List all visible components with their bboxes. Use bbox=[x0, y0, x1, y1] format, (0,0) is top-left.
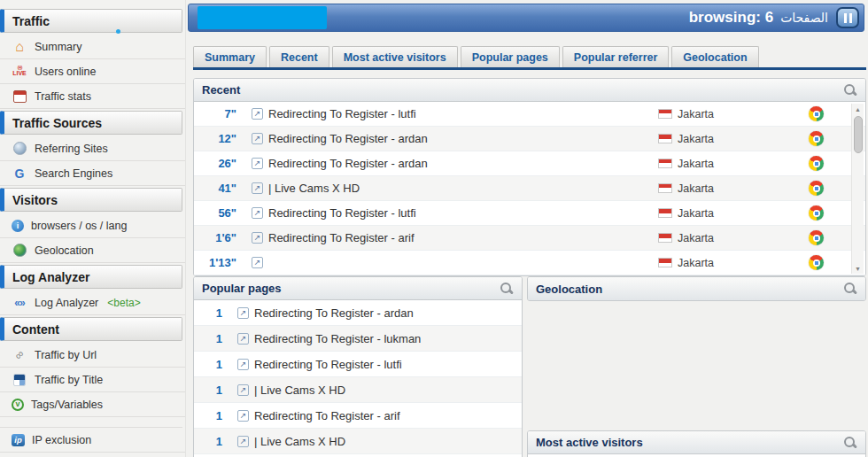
indonesia-flag-icon bbox=[658, 159, 672, 168]
popular-page-row[interactable]: 1 Redirecting To Register - lukman bbox=[194, 326, 522, 352]
recent-row[interactable]: 26" Redirecting To Register - ardan Jaka… bbox=[194, 151, 865, 176]
sidebar-item[interactable]: Summary bbox=[0, 35, 185, 59]
sidebar-section-header: Traffic bbox=[0, 9, 182, 33]
visitor-location: Jakarta bbox=[658, 207, 714, 220]
sidebar-item-label: Tags/Variables bbox=[31, 399, 103, 411]
sidebar-item-label: Traffic by Title bbox=[35, 374, 103, 386]
sidebar-item[interactable]: Geolocation bbox=[0, 238, 185, 263]
external-link-icon[interactable] bbox=[252, 182, 263, 194]
sidebar-section-title: Visitors bbox=[12, 193, 58, 207]
external-link-icon[interactable] bbox=[237, 384, 249, 396]
page-title-link[interactable]: Redirecting To Register - lukman bbox=[254, 332, 421, 345]
page-title-link[interactable]: Redirecting To Register - lutfi bbox=[268, 206, 416, 220]
sidebar-item[interactable]: Traffic by Url bbox=[0, 343, 185, 368]
sidebar-item[interactable]: Users online bbox=[0, 59, 185, 84]
recent-row[interactable]: 12" Redirecting To Register - ardan Jaka… bbox=[194, 127, 865, 151]
recent-row[interactable]: 41" | Live Cams X HD Jakarta bbox=[194, 176, 865, 201]
beta-badge: <beta> bbox=[107, 297, 140, 309]
sidebar-item[interactable]: Referring Sites bbox=[0, 136, 185, 161]
popular-page-row[interactable]: 1 | Live Cams X HD bbox=[194, 377, 522, 403]
sidebar-item[interactable]: Traffic stats bbox=[0, 84, 185, 109]
scroll-up-icon[interactable]: ▲ bbox=[855, 104, 861, 114]
panel-title: Popular pages bbox=[202, 282, 282, 295]
search-icon[interactable] bbox=[843, 282, 857, 296]
recent-row[interactable]: 7" Redirecting To Register - lutfi Jakar… bbox=[194, 102, 865, 127]
sidebar-item[interactable]: Tags/Variables bbox=[0, 392, 185, 417]
external-link-icon[interactable] bbox=[237, 410, 249, 422]
tab[interactable]: Summary bbox=[193, 46, 267, 67]
recent-row[interactable]: 1'6" Redirecting To Register - arif Jaka… bbox=[194, 226, 865, 251]
geolocation-panel: Geolocation bbox=[527, 276, 866, 301]
external-link-icon[interactable] bbox=[252, 108, 263, 120]
hit-count: 1 bbox=[194, 383, 222, 397]
sidebar-item[interactable]: Traffic by Title bbox=[0, 368, 185, 392]
sidebar-section-header: Log Analyzer bbox=[0, 265, 182, 289]
elapsed-time: 7" bbox=[194, 107, 236, 120]
recent-row[interactable]: 1'13" Jakarta bbox=[194, 251, 865, 275]
search-icon[interactable] bbox=[500, 282, 514, 296]
sidebar-item[interactable]: Search Engines bbox=[0, 161, 185, 186]
city-label: Jakarta bbox=[678, 133, 714, 145]
scroll-down-icon[interactable]: ▼ bbox=[855, 263, 861, 274]
external-link-icon[interactable] bbox=[252, 158, 263, 169]
code-icon bbox=[12, 296, 27, 310]
hit-count: 1 bbox=[194, 306, 222, 320]
page-title-link[interactable]: Redirecting To Register - ardan bbox=[268, 132, 428, 145]
external-link-icon[interactable] bbox=[237, 333, 249, 345]
sidebar-item[interactable]: browsers / os / lang bbox=[0, 213, 185, 238]
sidebar-section-title: Content bbox=[12, 322, 59, 337]
external-link-icon[interactable] bbox=[237, 307, 249, 319]
tab[interactable]: Most active visitors bbox=[332, 46, 458, 67]
popular-pages-panel: Popular pages 1 Redirecting To Register … bbox=[193, 276, 523, 457]
indonesia-flag-icon bbox=[658, 258, 672, 267]
page-title-link[interactable]: | Live Cams X HD bbox=[254, 435, 345, 448]
popular-page-row[interactable]: 1 Redirecting To Register - arif bbox=[194, 403, 522, 429]
recent-row[interactable]: 56" Redirecting To Register - lutfi Jaka… bbox=[194, 201, 865, 226]
page-title-link[interactable]: Redirecting To Register - ardan bbox=[268, 157, 428, 170]
chrome-browser-icon bbox=[809, 230, 824, 245]
external-link-icon[interactable] bbox=[252, 257, 263, 268]
tab[interactable]: Popular pages bbox=[461, 46, 560, 67]
tags-icon bbox=[12, 399, 24, 411]
search-icon[interactable] bbox=[843, 436, 857, 450]
indonesia-flag-icon bbox=[658, 183, 672, 193]
city-label: Jakarta bbox=[678, 182, 714, 195]
tab[interactable]: Recent bbox=[269, 46, 329, 67]
external-link-icon[interactable] bbox=[237, 436, 249, 447]
pause-button[interactable] bbox=[836, 7, 859, 28]
page-title-link[interactable]: Redirecting To Register - ardan bbox=[254, 306, 414, 320]
recent-panel-header: Recent bbox=[194, 79, 865, 102]
scroll-thumb[interactable] bbox=[854, 116, 863, 153]
popular-page-row[interactable]: 1 Redirecting To Register - ardan bbox=[194, 300, 522, 326]
sidebar-section-items: Traffic by Url Traffic by Title Tags/Var… bbox=[0, 343, 185, 417]
search-icon[interactable] bbox=[843, 83, 857, 97]
sidebar-item-ip-exclusion[interactable]: IP exclusion bbox=[0, 428, 185, 453]
sidebar-item-label: Referring Sites bbox=[35, 143, 108, 155]
page-title-link[interactable]: Redirecting To Register - arif bbox=[254, 409, 400, 422]
external-link-icon[interactable] bbox=[252, 207, 263, 219]
tab-bar: Summary Recent Most active visitors Popu… bbox=[193, 46, 759, 67]
recent-scrollbar[interactable]: ▲ ▼ bbox=[851, 104, 864, 274]
elapsed-time: 56" bbox=[194, 206, 236, 220]
external-link-icon[interactable] bbox=[252, 133, 263, 144]
elapsed-time: 41" bbox=[194, 182, 236, 195]
page-title-link[interactable]: | Live Cams X HD bbox=[268, 182, 360, 195]
sidebar-item-label: IP exclusion bbox=[32, 434, 91, 446]
sidebar-item[interactable]: Log Analyzer <beta> bbox=[0, 290, 185, 315]
pause-icon bbox=[844, 13, 852, 23]
external-link-icon[interactable] bbox=[237, 359, 249, 370]
page-title-link[interactable]: Redirecting To Register - lutfi bbox=[268, 107, 416, 120]
hit-count: 1 bbox=[194, 435, 222, 448]
page-title-link[interactable]: Redirecting To Register - arif bbox=[268, 231, 415, 244]
page-title-link[interactable]: | Live Cams X HD bbox=[254, 383, 345, 397]
tab[interactable]: Geolocation bbox=[671, 46, 758, 67]
tab[interactable]: Popular referrer bbox=[562, 46, 669, 67]
sidebar-item-label: Summary bbox=[35, 41, 81, 53]
indonesia-flag-icon bbox=[658, 208, 672, 218]
page-title-link[interactable]: Redirecting To Register - lutfi bbox=[254, 358, 402, 371]
sidebar-divider bbox=[0, 417, 182, 428]
popular-page-row[interactable]: 1 | Live Cams X HD bbox=[194, 429, 522, 454]
popular-page-row[interactable]: 1 Redirecting To Register - lutfi bbox=[194, 352, 522, 377]
hit-count: 1 bbox=[194, 358, 222, 371]
external-link-icon[interactable] bbox=[252, 232, 263, 244]
